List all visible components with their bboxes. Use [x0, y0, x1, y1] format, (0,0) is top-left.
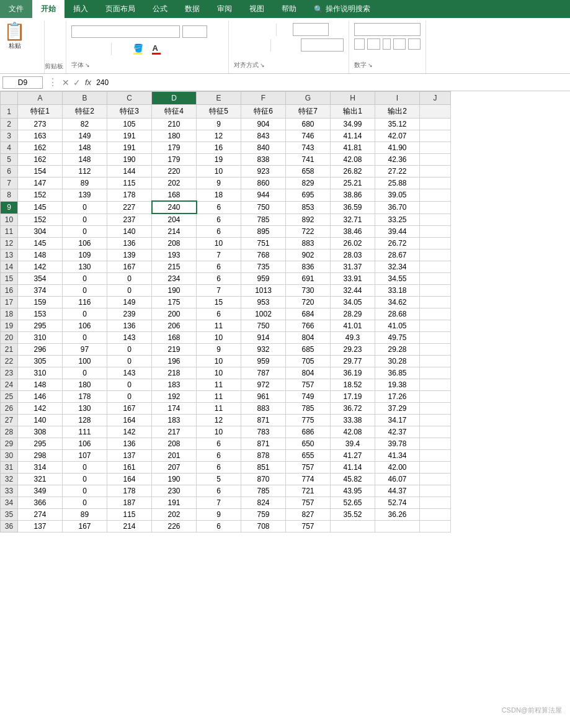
cell[interactable]: 140 — [107, 226, 152, 238]
cell[interactable]: 164 — [107, 415, 152, 426]
cell[interactable]: 0 — [63, 497, 107, 509]
row-header-21[interactable]: 21 — [1, 344, 18, 356]
col-header-i[interactable]: I — [375, 92, 420, 105]
cell[interactable]: 41.05 — [375, 320, 420, 332]
tab-search[interactable]: 🔍 操作说明搜索 — [305, 0, 379, 18]
number-format-selector[interactable]: 常规 ▾ — [354, 23, 421, 36]
cell[interactable]: 34.17 — [375, 415, 420, 426]
cell[interactable]: 757 — [286, 497, 331, 509]
cell[interactable]: 878 — [241, 450, 286, 462]
tab-file[interactable]: 文件 — [0, 0, 32, 18]
cell[interactable]: 829 — [286, 178, 331, 189]
cell[interactable] — [420, 238, 451, 249]
cell[interactable]: 41.34 — [375, 450, 420, 462]
cell[interactable]: 705 — [286, 356, 331, 367]
row-header-20[interactable]: 20 — [1, 332, 18, 344]
cell[interactable] — [420, 178, 451, 189]
cell[interactable]: 10 — [197, 238, 241, 249]
row-header-32[interactable]: 32 — [1, 474, 18, 485]
cell[interactable] — [420, 273, 451, 285]
border-button[interactable]: ⊞ — [115, 44, 127, 55]
cell[interactable]: 输出1 — [331, 105, 375, 119]
cell[interactable]: 17.19 — [331, 391, 375, 403]
cell[interactable]: 107 — [63, 450, 107, 462]
function-icon[interactable]: fx — [85, 78, 91, 87]
cancel-formula-button[interactable]: ✕ — [62, 78, 69, 88]
cell[interactable]: 41.01 — [331, 320, 375, 332]
cell[interactable] — [420, 119, 451, 130]
cell[interactable]: 196 — [152, 356, 197, 367]
cell[interactable]: 183 — [152, 379, 197, 391]
cell[interactable]: 39.78 — [375, 438, 420, 450]
cell[interactable] — [420, 142, 451, 154]
cell[interactable]: 11 — [197, 320, 241, 332]
row-header-24[interactable]: 24 — [1, 379, 18, 391]
cell[interactable]: 152 — [18, 213, 63, 226]
row-header-29[interactable]: 29 — [1, 438, 18, 450]
row-header-5[interactable]: 5 — [1, 154, 18, 166]
cell[interactable]: 137 — [107, 450, 152, 462]
tab-page-layout[interactable]: 页面布局 — [97, 0, 144, 18]
cell[interactable] — [420, 189, 451, 202]
align-right-button[interactable]: ≡ — [259, 39, 268, 52]
cell[interactable]: 708 — [241, 521, 286, 533]
cell[interactable]: 106 — [63, 320, 107, 332]
row-header-8[interactable]: 8 — [1, 189, 18, 202]
cell[interactable]: 41.14 — [331, 462, 375, 474]
cell[interactable]: 204 — [152, 213, 197, 226]
comma-button[interactable]: , — [383, 38, 391, 50]
cell[interactable]: 783 — [241, 426, 286, 438]
cell[interactable]: 0 — [107, 356, 152, 367]
cell[interactable]: 44.37 — [375, 485, 420, 497]
cell[interactable]: 804 — [286, 367, 331, 379]
cell[interactable]: 29.23 — [331, 344, 375, 356]
bold-button[interactable]: B — [71, 44, 82, 55]
tab-formula[interactable]: 公式 — [144, 0, 176, 18]
cell[interactable]: 105 — [107, 119, 152, 130]
cell[interactable]: 853 — [286, 201, 331, 213]
cell[interactable]: 6 — [197, 226, 241, 238]
confirm-formula-button[interactable]: ✓ — [73, 78, 81, 88]
cell[interactable]: 178 — [107, 189, 152, 202]
cell[interactable] — [420, 261, 451, 273]
cell[interactable]: 139 — [107, 249, 152, 261]
cell[interactable]: 142 — [18, 403, 63, 415]
cell[interactable]: 273 — [18, 119, 63, 130]
cut-button[interactable]: ✂ — [28, 23, 40, 37]
cell-reference-box[interactable] — [2, 76, 43, 89]
tab-view[interactable]: 视图 — [241, 0, 273, 18]
row-header-33[interactable]: 33 — [1, 485, 18, 497]
cell[interactable]: 904 — [241, 119, 286, 130]
row-header-13[interactable]: 13 — [1, 249, 18, 261]
cell[interactable]: 787 — [241, 367, 286, 379]
cell[interactable]: 45.82 — [331, 474, 375, 485]
cell[interactable]: 36.85 — [375, 367, 420, 379]
formula-input[interactable] — [94, 78, 568, 88]
cell[interactable]: 9 — [197, 178, 241, 189]
cell[interactable]: 163 — [18, 130, 63, 142]
cell[interactable]: 41.81 — [331, 142, 375, 154]
cell[interactable]: 148 — [63, 154, 107, 166]
cell[interactable]: 49.3 — [331, 332, 375, 344]
cell[interactable]: 895 — [241, 226, 286, 238]
font-name-selector[interactable]: Times New Roman ▾ — [71, 25, 180, 38]
cell[interactable] — [420, 497, 451, 509]
cell[interactable]: 15 — [197, 297, 241, 308]
cell[interactable]: 923 — [241, 166, 286, 178]
cell[interactable]: 321 — [18, 474, 63, 485]
cell[interactable]: 685 — [286, 344, 331, 356]
cell[interactable]: 167 — [63, 521, 107, 533]
cell[interactable]: 42.08 — [331, 426, 375, 438]
cell[interactable]: 143 — [107, 367, 152, 379]
cell[interactable]: 34.62 — [375, 297, 420, 308]
cell[interactable] — [375, 521, 420, 533]
cell[interactable]: 240 — [152, 201, 197, 213]
cell[interactable]: 148 — [18, 249, 63, 261]
cell[interactable]: 202 — [152, 509, 197, 521]
cell[interactable]: 39.05 — [375, 189, 420, 202]
cell[interactable]: 137 — [18, 521, 63, 533]
cell[interactable]: 932 — [241, 344, 286, 356]
row-header-22[interactable]: 22 — [1, 356, 18, 367]
cell[interactable]: 19.38 — [375, 379, 420, 391]
cell[interactable]: 106 — [63, 438, 107, 450]
